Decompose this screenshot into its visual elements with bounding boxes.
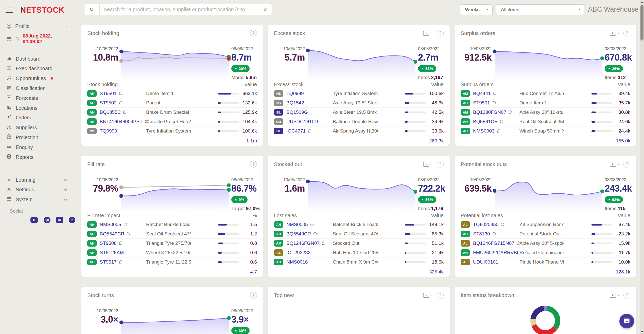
comment-icon[interactable] <box>496 129 501 133</box>
scroll-up-arrow[interactable] <box>641 1 643 3</box>
comment-icon[interactable] <box>492 232 496 236</box>
help-icon[interactable]: ? <box>623 292 630 299</box>
period-select[interactable]: Weeks <box>460 4 493 15</box>
presentation-button[interactable] <box>610 293 620 298</box>
chat-launcher-button[interactable] <box>619 314 634 328</box>
comment-icon[interactable] <box>123 110 127 115</box>
item-code-link[interactable]: BQ1246FGN07 <box>286 240 320 246</box>
help-icon[interactable]: ? <box>437 30 444 36</box>
table-header: Excess stock <box>274 82 304 87</box>
sidebar-item-settings[interactable]: Settings <box>6 186 68 194</box>
sidebar-item-orders[interactable]: Orders <box>6 114 68 122</box>
item-code-link[interactable]: IOC4771 <box>286 128 306 134</box>
table-value-header: Value <box>244 82 257 87</box>
comment-icon[interactable] <box>492 101 496 105</box>
item-code-link[interactable]: BQ1509G <box>286 109 308 115</box>
item-code-link[interactable]: IOT292282 <box>286 250 310 255</box>
comment-icon[interactable] <box>126 232 131 236</box>
item-code-link[interactable]: BQ1542 <box>286 100 304 106</box>
item-code-link[interactable]: NMS0005 <box>100 222 121 227</box>
item-code-link[interactable]: BQ1246FG715N07 <box>473 240 514 246</box>
item-code-link[interactable]: ST9508 <box>100 240 117 246</box>
item-code-link[interactable]: NMS0016 <box>286 259 308 265</box>
search-input[interactable] <box>100 7 259 12</box>
date-row[interactable]: 08 Aug 2022, 04:39:02 <box>6 33 68 44</box>
help-icon[interactable]: ? <box>250 292 257 299</box>
sidebar-item-enquiry[interactable]: Enquiry <box>6 143 68 151</box>
help-icon[interactable]: ? <box>623 30 630 36</box>
item-code-link[interactable]: UDUI00101 <box>473 259 498 265</box>
sidebar-item-system[interactable]: System <box>6 196 68 204</box>
item-code-link[interactable]: BN1416048004PST <box>100 119 143 124</box>
sidebar-item-projection[interactable]: Projection <box>6 133 68 141</box>
netstock-logo: NETSTOCK <box>20 6 64 15</box>
presentation-button[interactable] <box>610 162 620 167</box>
comment-icon[interactable] <box>493 91 497 96</box>
item-code-link[interactable]: BQ5561CR <box>473 119 498 124</box>
help-icon[interactable]: ? <box>250 161 257 168</box>
item-code-link[interactable]: ST9501 <box>100 91 117 96</box>
comment-icon[interactable] <box>321 241 326 246</box>
comment-icon[interactable] <box>500 222 505 227</box>
youtube-icon[interactable] <box>30 217 38 223</box>
sidebar-item-classification[interactable]: Classification <box>6 84 68 92</box>
wordpress-icon[interactable]: W <box>44 217 50 223</box>
help-icon[interactable]: ? <box>437 161 444 168</box>
item-code-link[interactable]: UUSDG1610D <box>286 119 318 124</box>
sidebar-item-forecasts[interactable]: Forecasts <box>6 94 68 102</box>
item-code-link[interactable]: TQ6020450 <box>473 222 498 227</box>
item-code-link[interactable]: BQ1230FGN07 <box>473 109 506 115</box>
hamburger-menu-icon[interactable] <box>6 8 13 13</box>
sidebar-item-suppliers[interactable]: Suppliers <box>6 124 68 132</box>
comment-icon[interactable] <box>118 260 123 264</box>
presentation-button[interactable] <box>423 293 433 298</box>
presentation-button[interactable] <box>610 31 620 36</box>
help-icon[interactable]: ? <box>437 292 444 299</box>
search-icon-cell[interactable] <box>84 4 100 15</box>
value-bar <box>591 243 612 244</box>
item-code-link[interactable]: FMU26022CARRVBL <box>473 250 519 255</box>
profile-menu[interactable]: Profile <box>6 23 68 29</box>
sidebar-item-learning[interactable]: Learning <box>6 176 68 184</box>
item-code-link[interactable]: TQ0999 <box>286 91 304 96</box>
comment-icon[interactable] <box>118 101 123 105</box>
item-code-link[interactable]: ST9502 <box>100 100 117 106</box>
item-code-link[interactable]: BQ4441 <box>473 91 491 96</box>
comment-icon[interactable] <box>313 232 317 236</box>
item-code-link[interactable]: NMS0005 <box>286 222 308 227</box>
start-value: 639.5k <box>457 183 492 194</box>
sidebar-item-exec-dashboard[interactable]: Exec dashboard <box>6 65 68 73</box>
presentation-button[interactable] <box>423 31 433 36</box>
comment-icon[interactable] <box>508 110 513 115</box>
item-code-link[interactable]: ST9517 <box>100 259 117 265</box>
scrollbar-thumb[interactable] <box>640 5 643 41</box>
sidebar-item-opportunities[interactable]: Opportunities <box>6 75 68 83</box>
clear-search-button[interactable] <box>259 4 272 15</box>
item-code-link[interactable]: BQ5549CR <box>100 231 124 237</box>
scroll-down-arrow[interactable] <box>641 331 643 333</box>
help-icon[interactable]: ? <box>623 161 630 168</box>
help-icon[interactable]: ? <box>250 30 257 36</box>
item-code-link[interactable]: NMS0003 <box>473 128 495 134</box>
card-stocked-out: Stocked out ? 10/05/2022 1.6m 08/08/2022… <box>268 156 450 277</box>
comment-icon[interactable] <box>118 91 123 96</box>
comment-icon[interactable] <box>307 129 312 133</box>
items-filter-select[interactable]: All items <box>496 4 584 15</box>
item-code-link[interactable]: ST8130 <box>473 231 490 237</box>
comment-icon[interactable] <box>310 222 314 227</box>
comment-icon[interactable] <box>123 222 128 227</box>
item-code-link[interactable]: BQ1855C <box>100 109 121 115</box>
item-code-link[interactable]: ST9501 <box>473 100 490 106</box>
sidebar-item-locations[interactable]: Locations <box>6 104 68 112</box>
sidebar-item-reports[interactable]: Reports <box>6 153 68 161</box>
value-bar <box>591 112 612 113</box>
sidebar-item-dashboard[interactable]: Dashboard <box>6 55 68 63</box>
linkedin-icon[interactable]: in <box>56 217 63 223</box>
comment-icon[interactable] <box>499 119 504 124</box>
item-code-link[interactable]: BQ5549CR <box>286 231 311 237</box>
comment-icon[interactable] <box>118 241 123 246</box>
item-code-link[interactable]: TQ0999 <box>100 128 117 134</box>
twitter-icon[interactable]: t <box>69 217 75 223</box>
presentation-button[interactable] <box>423 162 433 167</box>
item-code-link[interactable]: ST8128AM <box>100 250 124 255</box>
